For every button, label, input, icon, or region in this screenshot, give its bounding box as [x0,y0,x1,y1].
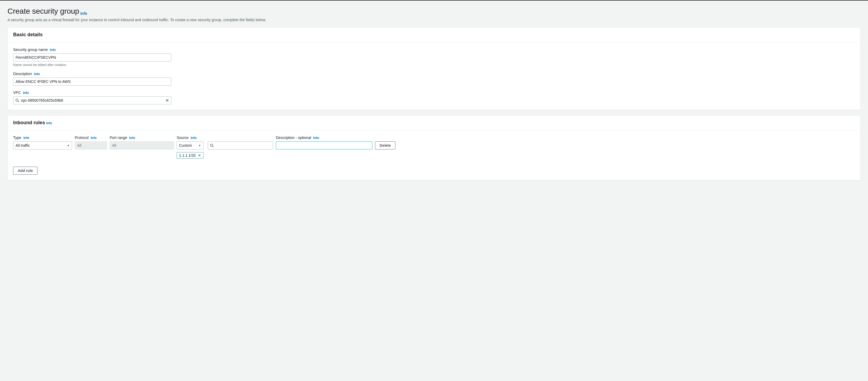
basic-details-heading: Basic details [13,32,42,37]
rule-source-mode-value: Custom [179,143,192,148]
rule-row: All traffic ▼ Custom ▼ [13,141,855,158]
col-description-info-link[interactable]: Info [313,136,319,140]
caret-down-icon: ▼ [198,144,201,147]
col-protocol-label: Protocol [75,136,89,140]
rule-source-search[interactable] [208,141,273,149]
rule-source-mode-select[interactable]: Custom ▼ [177,141,204,149]
inbound-rules-heading: Inbound rules [13,120,45,125]
rule-type-select[interactable]: All traffic ▼ [13,141,72,149]
sg-name-label: Security group name [13,48,48,52]
vpc-info-link[interactable]: Info [23,91,29,95]
sg-name-hint: Name cannot be edited after creation. [13,63,171,67]
col-type-info-link[interactable]: Info [23,136,29,140]
col-type-label: Type [13,136,21,140]
clear-icon[interactable] [165,98,169,102]
col-portrange-info-link[interactable]: Info [129,136,135,140]
page-title: Create security group [7,7,79,15]
sg-desc-label: Description [13,71,32,76]
sg-name-input[interactable] [13,53,171,61]
col-portrange-label: Port range [110,136,127,140]
source-cidr-tag: 1.1.1.1/32 [177,152,204,158]
col-source-label: Source [177,136,188,140]
inbound-rules-info-link[interactable]: Info [46,121,52,125]
rule-portrange-input [110,141,174,149]
sg-desc-input[interactable] [13,78,171,86]
rule-type-value: All traffic [16,143,30,148]
delete-rule-button[interactable]: Delete [375,141,395,149]
col-protocol-info-link[interactable]: Info [91,136,96,140]
col-description-label: Description - optional [276,136,311,140]
page-subtitle: A security group acts as a virtual firew… [7,18,861,22]
vpc-select[interactable] [13,96,171,105]
rule-protocol-input [75,141,107,149]
source-cidr-tag-label: 1.1.1.1/32 [179,153,196,157]
caret-down-icon: ▼ [67,144,70,147]
add-rule-button[interactable]: Add rule [13,167,37,175]
rule-source-input[interactable] [208,141,273,149]
col-source-info-link[interactable]: Info [191,136,196,140]
vpc-input[interactable] [13,96,171,105]
sg-name-info-link[interactable]: Info [50,48,56,52]
basic-details-panel: Basic details Security group name Info N… [7,27,861,110]
inbound-rules-panel: Inbound rules Info Type Info Protocol In… [7,115,861,180]
sg-desc-info-link[interactable]: Info [34,72,40,76]
vpc-label: VPC [13,90,21,95]
rule-description-input[interactable] [276,141,372,149]
remove-tag-icon[interactable] [198,154,201,157]
page-title-info-link[interactable]: Info [81,11,87,16]
